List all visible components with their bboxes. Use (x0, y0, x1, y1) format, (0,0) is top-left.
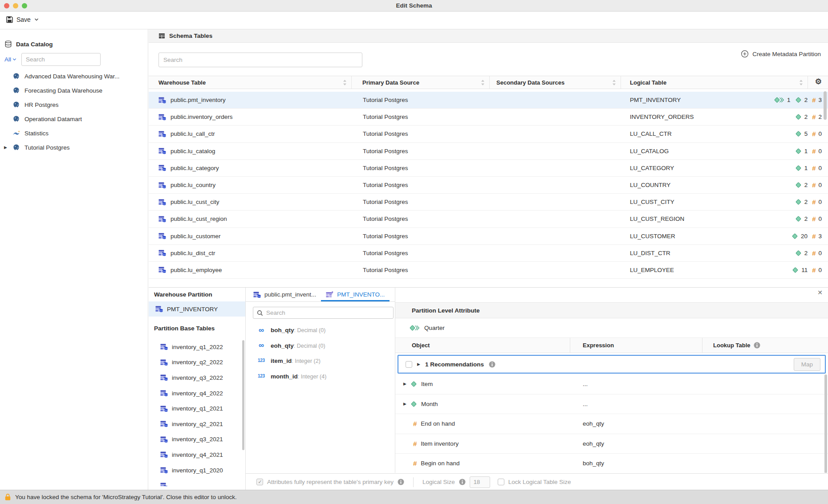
list-item[interactable]: ∞ boh_qty: Decimal (0) (246, 322, 395, 338)
postgres-icon (12, 144, 20, 151)
table-icon (160, 343, 168, 350)
table-row[interactable]: # Begin on hand boh_qty (395, 454, 828, 473)
gear-icon[interactable]: ⚙ (815, 78, 822, 85)
columns-search-input[interactable] (266, 309, 390, 316)
list-item[interactable]: inventory_q2_2022 (149, 355, 245, 370)
column-header-object: Object (412, 338, 430, 353)
info-icon[interactable] (754, 342, 760, 349)
sidebar-item-operational-datamart[interactable]: Operational Datamart (0, 112, 148, 126)
list-item[interactable]: inventory_q4_2021 (149, 447, 245, 463)
primary-key-checkbox[interactable] (256, 479, 263, 485)
scrollbar-thumb[interactable] (824, 374, 827, 473)
column-header-warehouse-table[interactable]: Warehouse Table (149, 76, 352, 89)
chevron-down-icon[interactable] (34, 17, 39, 22)
table-row[interactable]: # End on hand eoh_qty (395, 414, 828, 434)
fact-icon: # (812, 215, 816, 222)
catalog-search-input[interactable] (21, 53, 101, 66)
list-item[interactable]: ∞ eoh_qty: Decimal (0) (246, 338, 395, 354)
list-item[interactable]: inventory_q3_2021 (149, 432, 245, 447)
primary-data-source: Tutorial Postgres (363, 262, 408, 278)
tab-logical-table[interactable]: PMT_INVENTO... (321, 288, 390, 301)
object-counts: 5 #0 (791, 126, 822, 142)
tab-warehouse-table[interactable]: public.pmt_invent... (248, 288, 321, 301)
recommendations-checkbox[interactable] (406, 361, 412, 368)
attribute-icon (791, 233, 798, 240)
column-header-logical-table[interactable]: Logical Table (621, 76, 808, 89)
map-button[interactable]: Map (794, 358, 820, 371)
list-item[interactable]: inventory_q3_2022 (149, 370, 245, 386)
info-icon[interactable] (459, 479, 466, 485)
list-item[interactable]: 123 month_id: Integer (4) (246, 369, 395, 384)
save-button[interactable]: Save (6, 16, 39, 23)
close-icon[interactable]: ✕ (817, 289, 823, 296)
minimize-window-button[interactable] (13, 3, 18, 8)
logical-size-input[interactable] (470, 476, 490, 488)
table-row[interactable]: public.lu_cust_city Tutorial Postgres LU… (149, 194, 828, 211)
list-item[interactable]: inventory_q1_2021 (149, 401, 245, 416)
attribute-icon (410, 381, 417, 387)
scrollbar-thumb[interactable] (242, 340, 244, 450)
sort-icon (799, 79, 803, 86)
table-row[interactable]: # Item inventory eoh_qty (395, 434, 828, 454)
filter-dropdown[interactable]: All (4, 56, 17, 63)
table-icon (160, 436, 168, 443)
partition-attribute-name: Quarter (424, 325, 445, 331)
sidebar-item-tutorial-postgres[interactable]: ▶ Tutorial Postgres (0, 140, 148, 154)
primary-data-source: Tutorial Postgres (363, 194, 408, 210)
table-row[interactable]: public.lu_catalog Tutorial Postgres LU_C… (149, 143, 828, 160)
warehouse-table-name: public.lu_customer (170, 233, 221, 240)
table-row[interactable]: public.lu_employee Tutorial Postgres LU_… (149, 262, 828, 279)
sidebar-item-label: Statistics (24, 130, 49, 137)
table-row[interactable]: public.lu_country Tutorial Postgres LU_C… (149, 177, 828, 194)
lock-logical-size-checkbox[interactable] (498, 479, 504, 485)
list-item[interactable]: inventory_q4_2022 (149, 386, 245, 401)
sidebar-item-statistics[interactable]: Statistics (0, 126, 148, 140)
table-row[interactable]: public.lu_call_ctr Tutorial Postgres LU_… (149, 126, 828, 142)
expand-caret-icon[interactable]: ▶ (4, 146, 7, 150)
logical-table-icon (326, 291, 333, 298)
column-header-primary-data-source[interactable]: Primary Data Source (352, 76, 490, 89)
table-icon (160, 390, 168, 397)
schema-tables-search-input[interactable] (158, 53, 362, 67)
table-row[interactable]: public.pmt_inventory Tutorial Postgres P… (149, 92, 828, 109)
window-title: Edit Schema (0, 0, 828, 11)
table-row[interactable]: public.lu_dist_ctr Tutorial Postgres LU_… (149, 245, 828, 262)
expand-caret-icon[interactable]: ▶ (403, 382, 406, 386)
scrollbar-thumb[interactable] (824, 91, 827, 120)
search-icon (257, 310, 263, 316)
integer-type-icon: 123 (258, 374, 265, 378)
fact-icon: # (812, 267, 816, 273)
expand-caret-icon[interactable]: ▶ (417, 362, 420, 366)
list-item[interactable]: inventory_q2_2021 (149, 416, 245, 432)
logical-table-name: LU_CATALOG (630, 143, 669, 159)
table-row[interactable]: ▶ Item ... (395, 374, 828, 394)
column-header-secondary-data-sources[interactable]: Secondary Data Sources (490, 76, 621, 89)
sidebar-item-hr-postgres[interactable]: HR Postgres (0, 98, 148, 112)
fact-icon: # (812, 165, 816, 171)
info-icon[interactable] (489, 361, 495, 368)
list-item[interactable]: inventory_q1_2022 (149, 339, 245, 355)
sidebar-item-advanced-data-warehousing[interactable]: Advanced Data Warehousing War... (0, 69, 148, 83)
list-item[interactable]: inventory_q1_2020 (149, 463, 245, 478)
create-metadata-partition-button[interactable]: Create Metadata Partition (741, 48, 821, 60)
table-row[interactable]: ▶ Month ... (395, 394, 828, 415)
list-item[interactable]: 123 item_id: Integer (2) (246, 353, 395, 369)
list-item[interactable] (149, 478, 245, 486)
info-icon[interactable] (398, 479, 404, 485)
sidebar-item-forecasting-data-warehouse[interactable]: Forecasting Data Warehouse (0, 83, 148, 98)
sort-icon (612, 79, 616, 86)
table-icon (158, 232, 166, 240)
zoom-window-button[interactable] (22, 3, 27, 8)
table-row[interactable]: public.inventory_orders Tutorial Postgre… (149, 109, 828, 126)
partition-table-item[interactable]: PMT_INVENTORY (149, 301, 245, 317)
window-titlebar: Edit Schema (0, 0, 828, 12)
table-row[interactable]: public.lu_customer Tutorial Postgres LU_… (149, 228, 828, 245)
attribute-count: 2 (804, 182, 808, 188)
recommendations-row[interactable]: ▶ 1 Recommendations Map (398, 355, 826, 374)
column-type: : Integer (4) (298, 374, 327, 380)
table-row[interactable]: public.lu_cust_region Tutorial Postgres … (149, 211, 828, 228)
table-row[interactable]: public.lu_category Tutorial Postgres LU_… (149, 160, 828, 177)
attribute-icon (795, 250, 802, 256)
expand-caret-icon[interactable]: ▶ (403, 402, 406, 406)
close-window-button[interactable] (4, 3, 9, 8)
